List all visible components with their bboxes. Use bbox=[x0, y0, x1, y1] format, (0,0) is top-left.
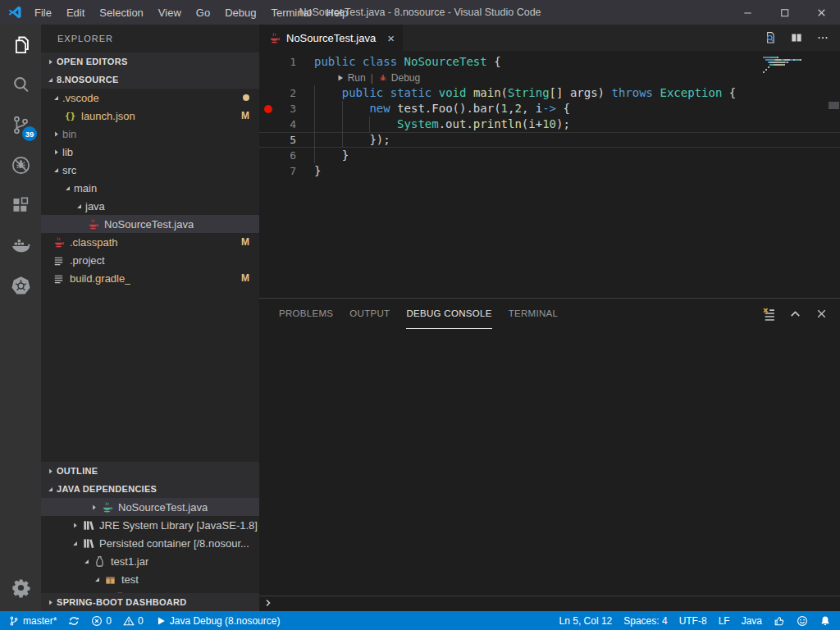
git-branch-status[interactable]: master* bbox=[2, 611, 62, 630]
code-line-1[interactable]: 1public class NoSourceTest { bbox=[259, 54, 840, 70]
indentation[interactable]: Spaces: 4 bbox=[618, 611, 673, 630]
debug-console-input[interactable] bbox=[259, 596, 840, 611]
debug-config-status[interactable]: Java Debug (8.nosource) bbox=[149, 611, 286, 630]
close-tab-button[interactable]: × bbox=[387, 32, 395, 44]
section-header-java-dependencies[interactable]: JAVA DEPENDENCIES bbox=[41, 480, 259, 498]
activity-explorer-button[interactable] bbox=[0, 25, 41, 65]
menu-edit[interactable]: Edit bbox=[59, 0, 92, 25]
code-line-5[interactable]: 5}); bbox=[259, 132, 840, 148]
tree-item-build-gradle[interactable]: build.gradle_M bbox=[41, 269, 259, 287]
maximize-panel-button[interactable] bbox=[788, 307, 802, 321]
minimize-button[interactable] bbox=[729, 0, 766, 25]
panel-tab-debug-console[interactable]: DEBUG CONSOLE bbox=[406, 299, 491, 329]
activity-debug-button[interactable] bbox=[0, 145, 41, 185]
tree-item-launch-json[interactable]: {}launch.jsonM bbox=[41, 107, 259, 125]
breakpoint-zone[interactable] bbox=[259, 163, 276, 179]
line-number[interactable]: 2 bbox=[276, 85, 296, 101]
activity-manage-button[interactable] bbox=[0, 568, 41, 608]
breakpoint-indicator[interactable] bbox=[264, 105, 272, 113]
cursor-position[interactable]: Ln 5, Col 12 bbox=[554, 611, 619, 630]
minimap-segment bbox=[765, 69, 767, 71]
tree-item-persisted-container-8-nosour[interactable]: Persisted container [/8.nosour... bbox=[41, 534, 259, 552]
close-window-button[interactable] bbox=[803, 0, 840, 25]
section-header-8-nosource[interactable]: 8.NOSOURCE bbox=[41, 71, 259, 89]
close-panel-button[interactable] bbox=[815, 307, 829, 321]
breakpoint-zone[interactable] bbox=[259, 85, 276, 101]
minimap[interactable] bbox=[763, 57, 827, 74]
line-number[interactable]: 6 bbox=[276, 148, 296, 163]
menu-go[interactable]: Go bbox=[189, 0, 217, 25]
tree-item-project[interactable]: .project bbox=[41, 251, 259, 269]
tree-item-nosourcetest-java[interactable]: NoSourceTest.java bbox=[41, 498, 259, 516]
breakpoint-zone[interactable] bbox=[259, 148, 276, 163]
eol[interactable]: LF bbox=[713, 611, 736, 630]
split-editor-button[interactable] bbox=[786, 27, 807, 48]
panel-tab-terminal[interactable]: TERMINAL bbox=[509, 299, 559, 329]
maximize-button[interactable] bbox=[766, 0, 803, 25]
minimap-segment bbox=[768, 66, 769, 68]
errors-status[interactable]: 0 bbox=[85, 611, 117, 630]
menu-view[interactable]: View bbox=[151, 0, 189, 25]
codelens-debug-link[interactable]: Debug bbox=[378, 72, 420, 84]
code-line-6[interactable]: 6} bbox=[259, 148, 840, 163]
warnings-status[interactable]: 0 bbox=[117, 611, 149, 630]
debug-console-content[interactable] bbox=[259, 329, 840, 596]
menu-selection[interactable]: Selection bbox=[92, 0, 150, 25]
clear-console-button[interactable] bbox=[762, 307, 776, 321]
smiley-feedback[interactable] bbox=[791, 611, 814, 630]
tree-item-nosourcetest-java[interactable]: NoSourceTest.java bbox=[41, 215, 259, 233]
code-token: { bbox=[722, 86, 736, 99]
tree-item-bin[interactable]: bin bbox=[41, 125, 259, 143]
code-line-4[interactable]: 4System.out.println(i+10); bbox=[259, 116, 840, 132]
notifications[interactable] bbox=[814, 611, 837, 630]
breakpoint-zone[interactable] bbox=[259, 101, 276, 116]
panel-tab-problems[interactable]: PROBLEMS bbox=[279, 299, 333, 329]
encoding[interactable]: UTF-8 bbox=[673, 611, 713, 630]
editor-scrollbar[interactable] bbox=[829, 102, 839, 109]
sidebar-title: EXPLORER bbox=[41, 25, 259, 52]
activity-search-button[interactable] bbox=[0, 65, 41, 105]
tree-item-test[interactable]: test bbox=[41, 570, 259, 588]
open-changes-button[interactable] bbox=[760, 27, 781, 48]
code-line-3[interactable]: 3new test.Foo().bar(1,2, i-> { bbox=[259, 101, 840, 116]
line-number[interactable]: 5 bbox=[276, 132, 296, 148]
code-line-2[interactable]: 2public static void main(String[] args) … bbox=[259, 85, 840, 101]
tree-item-src[interactable]: src bbox=[41, 161, 259, 179]
tree-item-classpath[interactable]: .classpathM bbox=[41, 233, 259, 251]
editor-tab-nosourcetest-java[interactable]: NoSourceTest.java× bbox=[259, 25, 403, 51]
section-header-open-editors[interactable]: OPEN EDITORS bbox=[41, 52, 259, 71]
tree-item-lib[interactable]: lib bbox=[41, 143, 259, 161]
tree-item-vscode[interactable]: .vscode bbox=[41, 89, 259, 107]
section-header-spring-boot-dashboard[interactable]: SPRING-BOOT DASHBOARD bbox=[41, 593, 259, 611]
more-actions-button[interactable] bbox=[812, 27, 833, 48]
menu-file[interactable]: File bbox=[27, 0, 59, 25]
twistie-icon bbox=[61, 181, 74, 194]
vscode-window: FileEditSelectionViewGoDebugTerminalHelp… bbox=[0, 0, 840, 630]
breakpoint-zone[interactable] bbox=[259, 54, 276, 70]
section-header-outline[interactable]: OUTLINE bbox=[41, 462, 259, 480]
menu-debug[interactable]: Debug bbox=[217, 0, 263, 25]
codelens-run-link[interactable]: Run bbox=[336, 72, 366, 84]
tree-item-java[interactable]: java bbox=[41, 197, 259, 215]
feedback[interactable] bbox=[768, 611, 791, 630]
activity-kubernetes-button[interactable] bbox=[0, 266, 41, 306]
sync-status[interactable] bbox=[62, 611, 85, 630]
tree-item-test1-jar[interactable]: test1.jar bbox=[41, 552, 259, 570]
activity-docker-button[interactable] bbox=[0, 226, 41, 266]
line-number[interactable]: 1 bbox=[276, 54, 296, 70]
activity-extensions-button[interactable] bbox=[0, 185, 41, 226]
java-dependencies-tree: NoSourceTest.javaJRE System Library [Jav… bbox=[41, 498, 259, 593]
status-label: Ln 5, Col 12 bbox=[559, 615, 613, 627]
breakpoint-zone[interactable] bbox=[259, 116, 276, 132]
tree-item-main[interactable]: main bbox=[41, 179, 259, 197]
line-number[interactable]: 3 bbox=[276, 101, 296, 116]
line-number[interactable]: 7 bbox=[276, 163, 296, 179]
line-number[interactable]: 4 bbox=[276, 116, 296, 132]
language-mode[interactable]: Java bbox=[736, 611, 768, 630]
activity-source-control-button[interactable]: 39 bbox=[0, 105, 41, 145]
code-line-7[interactable]: 7} bbox=[259, 163, 840, 179]
panel-tab-output[interactable]: OUTPUT bbox=[349, 299, 390, 329]
breakpoint-zone[interactable] bbox=[259, 132, 276, 148]
tree-item-jre-system-library-javase-1-8[interactable]: JRE System Library [JavaSE-1.8] bbox=[41, 516, 259, 534]
code-editor[interactable]: 1public class NoSourceTest {Run|Debug2pu… bbox=[259, 51, 840, 298]
